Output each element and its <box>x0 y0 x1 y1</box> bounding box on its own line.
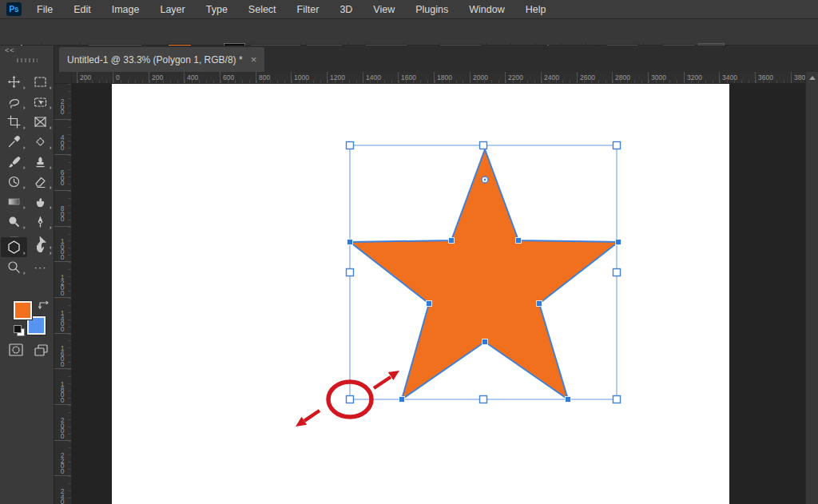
ruler-label: 200 <box>80 73 91 81</box>
foreground-color-swatch[interactable] <box>14 301 32 319</box>
ruler-label: 3400 <box>722 73 737 81</box>
menu-plugins[interactable]: Plugins <box>405 0 459 19</box>
ruler-label: 1200 <box>330 73 345 81</box>
color-swatches <box>0 300 54 339</box>
zoom-tool[interactable] <box>1 257 27 277</box>
tool-options-bar: Shape Fill: Stroke: 1 px W: 1520.91 H: <box>0 19 818 46</box>
history-brush-tool[interactable] <box>1 172 27 192</box>
menu-filter[interactable]: Filter <box>287 0 330 19</box>
quick-mask-icon[interactable] <box>9 343 23 359</box>
ruler-label: 2600 <box>580 73 595 81</box>
default-colors-icon-fg <box>14 325 22 333</box>
ruler-label: 1400 <box>59 311 66 331</box>
tab-close-icon[interactable]: × <box>251 54 257 65</box>
spot-healing-brush-tool[interactable] <box>27 132 54 152</box>
polygon-tool[interactable] <box>1 237 27 257</box>
ruler-label: 1000 <box>59 239 66 260</box>
document-tab-title: Untitled-1 @ 33.3% (Polygon 1, RGB/8) * <box>67 54 243 65</box>
swap-colors-icon[interactable] <box>38 300 49 314</box>
ruler-label: 1600 <box>401 73 416 81</box>
menu-view[interactable]: View <box>363 0 405 19</box>
menu-help[interactable]: Help <box>515 0 557 19</box>
ruler-label: 2200 <box>59 453 66 474</box>
gradient-tool[interactable] <box>1 192 27 212</box>
horizontal-ruler[interactable]: 200 0 200 400 600 800 1000 1200 1400 160… <box>54 72 805 84</box>
scroll-up-icon[interactable] <box>809 76 816 80</box>
lasso-tool[interactable] <box>1 92 27 112</box>
ruler-label: 800 <box>59 206 66 222</box>
eyedropper-tool[interactable] <box>1 132 27 152</box>
ruler-label: 1600 <box>59 346 66 367</box>
dodge-tool[interactable] <box>1 212 27 232</box>
toolbar-panel: << ··· <box>0 46 54 504</box>
menu-3d[interactable]: 3D <box>329 0 363 19</box>
screen-mode-icon[interactable] <box>34 343 50 360</box>
panel-grip-handle[interactable] <box>17 58 38 62</box>
object-selection-tool[interactable] <box>27 92 54 112</box>
brush-tool[interactable] <box>1 152 27 172</box>
ruler-label: 2200 <box>508 73 523 81</box>
ruler-label: 1800 <box>437 73 452 81</box>
ruler-label: 200 <box>59 99 66 115</box>
frame-tool[interactable] <box>27 112 54 132</box>
ruler-label: 1000 <box>294 73 309 81</box>
document-tab[interactable]: Untitled-1 @ 33.3% (Polygon 1, RGB/8) * … <box>59 47 264 72</box>
collapse-panel-button[interactable]: << <box>5 46 15 54</box>
ruler-label: 0 <box>116 73 120 81</box>
pen-tool[interactable] <box>27 212 54 232</box>
ruler-label: 400 <box>187 73 198 81</box>
menu-image[interactable]: Image <box>101 0 150 19</box>
edit-toolbar-ellipsis[interactable]: ··· <box>27 257 54 277</box>
ruler-label: 600 <box>59 170 66 186</box>
menu-file[interactable]: File <box>26 0 63 19</box>
document-tab-bar: Untitled-1 @ 33.3% (Polygon 1, RGB/8) * … <box>54 46 818 72</box>
menu-type[interactable]: Type <box>196 0 238 19</box>
ruler-corner <box>54 72 72 84</box>
menu-window[interactable]: Window <box>459 0 514 19</box>
eraser-tool[interactable] <box>27 172 54 192</box>
ruler-label: 2800 <box>615 73 630 81</box>
ruler-label: 800 <box>259 73 270 81</box>
ruler-label: 3600 <box>758 73 773 81</box>
ruler-label: 2000 <box>473 73 488 81</box>
ruler-label: 1200 <box>59 275 66 296</box>
menu-edit[interactable]: Edit <box>63 0 101 19</box>
ruler-label: 2400 <box>59 489 66 504</box>
ruler-label: 600 <box>223 73 234 81</box>
ruler-label: 3200 <box>687 73 702 81</box>
canvas-viewport[interactable] <box>72 84 805 504</box>
photoshop-logo-icon: Ps <box>6 2 22 16</box>
photoshop-window: Ps File Edit Image Layer Type Select Fil… <box>0 0 818 504</box>
menu-layer[interactable]: Layer <box>149 0 195 19</box>
rectangular-marquee-tool[interactable] <box>27 72 54 92</box>
ruler-label: 1800 <box>59 382 66 403</box>
clone-stamp-tool[interactable] <box>27 152 54 172</box>
hand-tool[interactable] <box>27 237 54 257</box>
ruler-label: 3000 <box>651 73 666 81</box>
ruler-label: 2000 <box>59 418 66 439</box>
smudge-tool[interactable] <box>27 192 54 212</box>
ruler-label: 2400 <box>544 73 559 81</box>
menu-bar: Ps File Edit Image Layer Type Select Fil… <box>0 0 818 19</box>
ruler-label: 400 <box>59 135 66 151</box>
move-tool[interactable] <box>1 72 27 92</box>
ruler-label: 200 <box>152 73 163 81</box>
menu-select[interactable]: Select <box>238 0 287 19</box>
shape-origin-marker <box>482 177 488 183</box>
vertical-ruler[interactable]: 200 400 600 800 1000 1200 1400 1600 1800… <box>54 72 72 504</box>
ruler-label: 1400 <box>366 73 381 81</box>
crop-tool[interactable] <box>1 112 27 132</box>
scrollbar[interactable] <box>805 72 818 504</box>
